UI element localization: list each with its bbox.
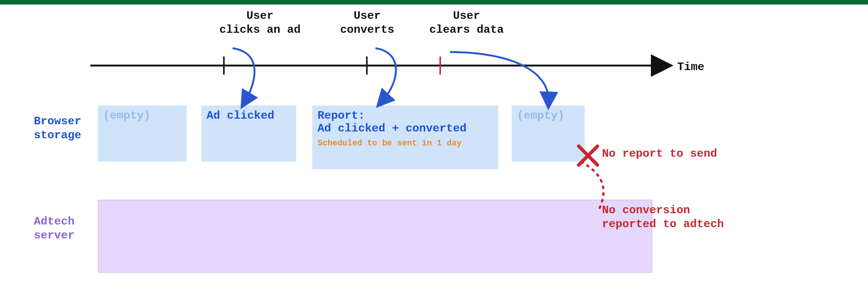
adtech-server-box: [98, 200, 652, 273]
row-label-adtech-server: Adtech server: [34, 215, 74, 242]
arrow-convert-to-storage: [375, 48, 396, 101]
arrow-clear-to-storage: [450, 52, 549, 101]
event-user-converts: User converts: [322, 9, 412, 37]
storage-ad-clicked: Ad clicked: [201, 105, 296, 162]
storage-report-title: Report:: [318, 109, 493, 122]
storage-empty-after-clear: (empty): [512, 105, 585, 162]
storage-empty-initial: (empty): [98, 105, 187, 162]
axis-label-time: Time: [677, 60, 704, 74]
storage-ad-clicked-label: Ad clicked: [207, 109, 274, 122]
storage-report-body: Ad clicked + converted: [318, 122, 493, 135]
error-no-conversion: No conversion reported to adtech: [602, 203, 724, 231]
event-user-clears-data: User clears data: [410, 9, 523, 37]
storage-empty-label: (empty): [103, 109, 150, 122]
row-label-browser-storage: Browser storage: [34, 115, 81, 142]
storage-report-sub: Scheduled to be sent in 1 day: [318, 139, 493, 148]
storage-empty2-label: (empty): [517, 109, 564, 122]
event-user-clicks: User clicks an ad: [202, 9, 318, 37]
arrow-click-to-storage: [233, 48, 254, 101]
error-no-report: No report to send: [602, 147, 717, 161]
storage-report: Report: Ad clicked + converted Scheduled…: [312, 105, 498, 169]
